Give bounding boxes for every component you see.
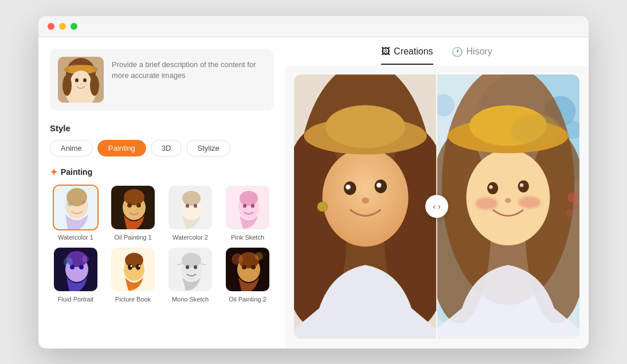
svg-point-70 [377, 182, 382, 187]
svg-point-57 [232, 253, 243, 265]
svg-point-95 [566, 209, 573, 216]
style-thumb-mono-sketch [167, 246, 213, 292]
style-name-fluid: Fluid Portrait [58, 296, 93, 303]
svg-point-48 [186, 265, 189, 269]
style-name-watercolor1: Watercolor 1 [58, 234, 93, 241]
svg-point-56 [251, 265, 256, 269]
tab-history-label: Hisory [467, 46, 492, 57]
svg-point-41 [128, 264, 132, 270]
style-name-mono-sketch: Mono Sketch [172, 296, 209, 303]
svg-point-49 [194, 265, 197, 269]
style-name-watercolor2: Watercolor 2 [173, 234, 208, 241]
tab-anime[interactable]: Anime [50, 140, 93, 156]
minimize-button[interactable] [59, 23, 66, 30]
svg-point-6 [62, 75, 72, 96]
svg-point-90 [476, 197, 498, 209]
compare-right-image [437, 75, 579, 339]
svg-point-91 [519, 196, 541, 208]
tab-3d[interactable]: 3D [151, 140, 182, 156]
svg-point-69 [346, 184, 351, 189]
svg-point-37 [82, 256, 89, 263]
svg-point-30 [251, 203, 254, 208]
tab-creations-label: Creations [394, 46, 433, 57]
style-section-label: Style [50, 123, 273, 133]
svg-point-7 [90, 75, 99, 96]
svg-point-40 [125, 253, 143, 268]
creations-icon: 🖼 [381, 46, 390, 57]
svg-point-24 [186, 203, 189, 208]
style-thumb-oil2 [225, 246, 271, 292]
style-item-mono-sketch[interactable]: Mono Sketch [164, 246, 216, 303]
close-button[interactable] [48, 23, 54, 30]
prompt-area [50, 49, 273, 111]
svg-point-72 [318, 201, 327, 211]
right-panel: 🖼 Creations 🕐 Hisory [285, 37, 589, 348]
svg-point-35 [79, 265, 84, 269]
style-thumb-watercolor2 [167, 185, 213, 230]
tab-history[interactable]: 🕐 Hisory [452, 46, 492, 65]
svg-point-36 [64, 257, 73, 267]
svg-point-71 [362, 197, 369, 203]
app-body: Style Anime Painting 3D Stylize ✦ Painti… [38, 37, 589, 348]
svg-point-58 [255, 252, 263, 260]
style-thumb-picture-book [110, 246, 156, 292]
left-panel: Style Anime Painting 3D Stylize ✦ Painti… [38, 37, 285, 348]
style-item-fluid[interactable]: Fluid Portrait [50, 246, 101, 303]
svg-point-10 [80, 83, 82, 85]
svg-point-66 [326, 105, 405, 148]
style-item-watercolor1[interactable]: Watercolor 1 [50, 185, 101, 241]
compare-button[interactable]: ‹ › [425, 195, 448, 218]
svg-point-92 [505, 198, 511, 203]
svg-point-86 [487, 182, 498, 194]
svg-point-28 [240, 191, 258, 206]
tab-stylize[interactable]: Stylize [186, 140, 230, 156]
svg-point-93 [567, 192, 577, 202]
svg-point-19 [127, 203, 132, 208]
style-thumb-pink-sketch [225, 185, 271, 230]
svg-point-14 [68, 202, 72, 206]
avatar [58, 57, 104, 103]
svg-point-9 [83, 78, 87, 82]
svg-point-25 [194, 203, 197, 208]
svg-point-44 [139, 265, 140, 267]
svg-point-29 [243, 203, 246, 208]
svg-point-85 [511, 114, 561, 145]
style-grid: Watercolor 1 [50, 185, 273, 303]
tab-painting[interactable]: Painting [97, 140, 146, 156]
app-window: Style Anime Painting 3D Stylize ✦ Painti… [38, 16, 589, 349]
svg-point-43 [131, 265, 132, 267]
svg-point-94 [573, 203, 579, 210]
svg-point-88 [489, 185, 492, 188]
spark-icon: ✦ [50, 167, 57, 178]
style-thumb-fluid [53, 246, 99, 292]
right-header: 🖼 Creations 🕐 Hisory [285, 37, 589, 65]
maximize-button[interactable] [70, 23, 77, 30]
painting-sublabel: ✦ Painting [50, 167, 273, 178]
style-tabs: Anime Painting 3D Stylize [50, 140, 273, 156]
style-thumb-oil1 [110, 185, 156, 230]
tab-creations[interactable]: 🖼 Creations [381, 46, 433, 65]
prompt-input[interactable] [112, 57, 265, 103]
history-icon: 🕐 [452, 46, 463, 57]
svg-point-42 [136, 264, 140, 270]
svg-point-87 [518, 180, 529, 192]
style-name-oil2: Oil Painting 2 [229, 296, 266, 303]
style-item-watercolor2[interactable]: Watercolor 2 [164, 185, 216, 241]
style-name-picture-book: Picture Book [115, 296, 151, 303]
svg-point-23 [182, 191, 201, 206]
style-item-oil1[interactable]: Oil Painting 1 [107, 185, 159, 241]
svg-point-55 [242, 265, 246, 269]
svg-point-47 [182, 253, 201, 268]
svg-point-18 [124, 189, 144, 205]
svg-point-8 [75, 78, 79, 82]
title-bar [38, 16, 589, 37]
style-item-oil2[interactable]: Oil Painting 2 [222, 246, 273, 303]
svg-point-5 [70, 71, 91, 93]
compare-left-image [294, 75, 437, 339]
style-thumb-watercolor1 [53, 185, 99, 230]
svg-point-89 [520, 183, 523, 186]
style-name-oil1: Oil Painting 1 [114, 234, 151, 241]
style-item-picture-book[interactable]: Picture Book [107, 246, 159, 303]
style-name-pink-sketch: Pink Sketch [231, 234, 264, 241]
style-item-pink-sketch[interactable]: Pink Sketch [222, 185, 273, 241]
